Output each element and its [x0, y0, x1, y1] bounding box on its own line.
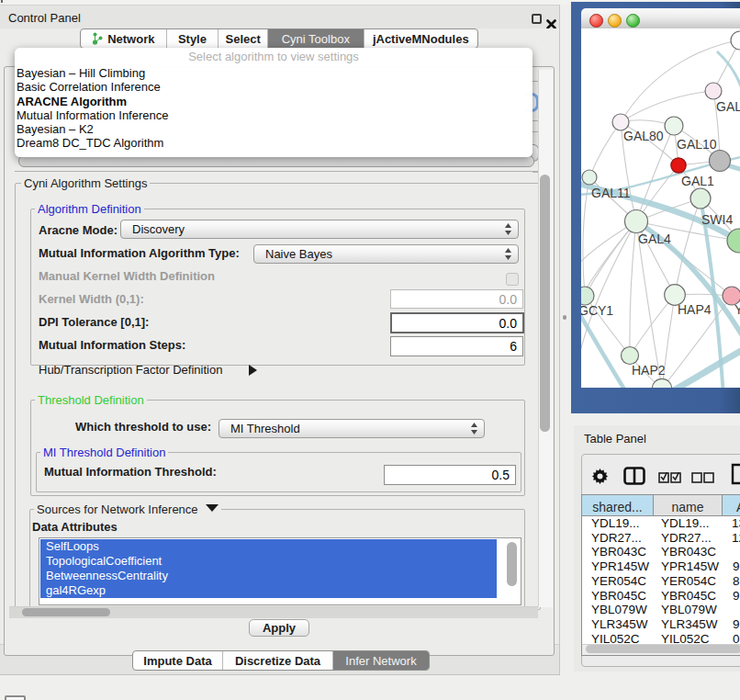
svg-text:GAL80: GAL80 — [623, 129, 664, 143]
svg-text:HAP4: HAP4 — [678, 302, 712, 317]
svg-text:HAP2: HAP2 — [632, 363, 666, 378]
svg-text:GAL10: GAL10 — [677, 137, 717, 152]
svg-text:GAL1: GAL1 — [681, 174, 714, 188]
svg-text:GCY1: GCY1 — [581, 303, 613, 318]
svg-text:GAL2: GAL2 — [716, 99, 740, 114]
svg-text:Y: Y — [734, 302, 740, 317]
svg-text:GAL4: GAL4 — [638, 231, 671, 246]
svg-text:GAL11: GAL11 — [591, 186, 631, 200]
svg-text:SWI4: SWI4 — [701, 212, 733, 227]
